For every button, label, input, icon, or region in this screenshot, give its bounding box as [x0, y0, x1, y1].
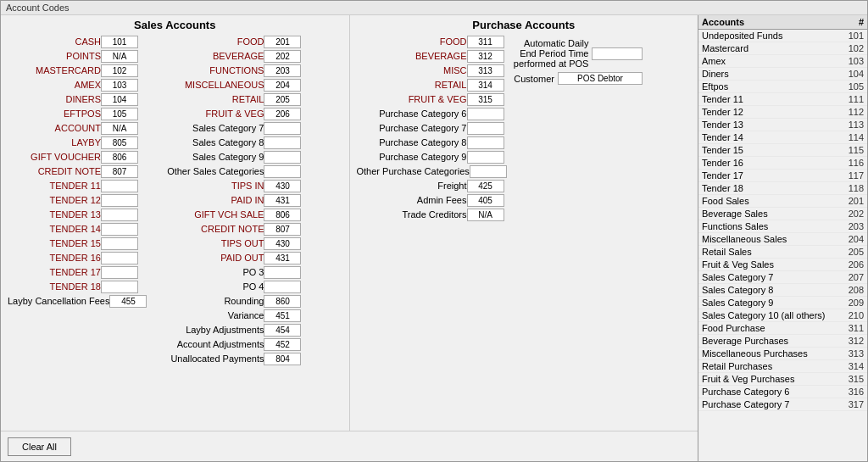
sales-right-input[interactable]	[264, 309, 301, 322]
sales-right-input[interactable]	[264, 295, 301, 308]
sales-right-input[interactable]	[264, 180, 301, 192]
sales-right-input[interactable]	[264, 237, 301, 250]
purchase-left-input[interactable]	[470, 165, 507, 178]
sales-left-input[interactable]	[101, 151, 138, 164]
period-input[interactable]	[592, 47, 643, 60]
purchase-left-input[interactable]	[467, 79, 504, 92]
sales-right-input[interactable]	[264, 108, 301, 120]
accounts-list-item[interactable]: Undeposited Funds101	[698, 30, 867, 42]
accounts-list-item[interactable]: Beverage Sales202	[698, 208, 867, 220]
sales-right-label: Sales Category 7	[153, 123, 264, 133]
sales-right-input[interactable]	[264, 165, 301, 178]
sales-left-input[interactable]	[101, 194, 138, 207]
purchase-left-input[interactable]	[467, 151, 504, 164]
accounts-list-item[interactable]: Tender 12112	[698, 106, 867, 119]
sales-left-input[interactable]	[101, 64, 138, 77]
period-line1: Automatic Daily	[514, 38, 589, 48]
purchase-left-input[interactable]	[467, 108, 504, 120]
sales-left-label: TENDER 18	[8, 281, 101, 292]
accounts-list[interactable]: Undeposited Funds101Mastercard102Amex103…	[698, 30, 867, 461]
accounts-list-item[interactable]: Tender 15115	[698, 144, 867, 157]
sales-right-input[interactable]	[264, 151, 301, 164]
purchase-left-input[interactable]	[467, 93, 504, 106]
sales-left-input[interactable]	[101, 223, 138, 236]
accounts-list-item[interactable]: Eftpos105	[698, 81, 867, 93]
sales-left-input[interactable]	[101, 108, 138, 120]
account-item-name: Food Sales	[702, 196, 830, 206]
sales-right-input[interactable]	[264, 50, 301, 63]
sales-left-input[interactable]	[101, 252, 138, 264]
purchase-left-input[interactable]	[467, 122, 504, 135]
accounts-list-item[interactable]: Tender 13113	[698, 119, 867, 131]
accounts-list-item[interactable]: Tender 17117	[698, 170, 867, 182]
sales-right-input[interactable]	[264, 209, 301, 221]
sales-left-input[interactable]	[101, 50, 138, 63]
sales-right-input[interactable]	[264, 223, 301, 236]
accounts-list-item[interactable]: Purchase Category 7317	[698, 398, 867, 411]
accounts-list-item[interactable]: Sales Category 8208	[698, 284, 867, 297]
purchase-left-input[interactable]	[467, 36, 504, 48]
sales-left-input[interactable]	[101, 79, 138, 92]
sales-left-input[interactable]	[109, 295, 147, 308]
purchase-left-input[interactable]	[467, 50, 504, 63]
sales-left-input[interactable]	[101, 266, 138, 279]
accounts-list-item[interactable]: Sales Category 7207	[698, 271, 867, 284]
sales-left-input[interactable]	[101, 136, 138, 149]
accounts-list-item[interactable]: Beverage Purchases312	[698, 335, 867, 348]
sales-right-input[interactable]	[264, 252, 301, 264]
accounts-list-item[interactable]: Miscellaneous Purchases313	[698, 348, 867, 360]
sales-right-input[interactable]	[264, 266, 301, 279]
accounts-list-item[interactable]: Retail Purchases314	[698, 360, 867, 373]
accounts-list-item[interactable]: Tender 11111	[698, 93, 867, 106]
accounts-list-item[interactable]: Sales Category 10 (all others)210	[698, 309, 867, 322]
accounts-list-item[interactable]: Miscellaneous Sales204	[698, 233, 867, 246]
sales-right-input[interactable]	[264, 93, 301, 106]
accounts-list-item[interactable]: Tender 18118	[698, 182, 867, 195]
accounts-list-item[interactable]: Mastercard102	[698, 42, 867, 55]
sales-left-row: TENDER 15	[8, 237, 147, 250]
sales-left-input[interactable]	[101, 122, 138, 135]
clear-all-button[interactable]: Clear All	[8, 437, 71, 456]
purchase-left-input[interactable]	[467, 209, 504, 221]
bottom-bar: Clear All	[1, 431, 698, 461]
accounts-list-item[interactable]: Food Sales201	[698, 195, 867, 208]
sales-right-input[interactable]	[264, 79, 301, 92]
sales-left-input[interactable]	[101, 180, 138, 192]
sales-right-row: TIPS OUT	[153, 237, 301, 250]
accounts-list-item[interactable]: Functions Sales203	[698, 220, 867, 233]
accounts-list-item[interactable]: Fruit & Veg Purchases315	[698, 373, 867, 386]
sales-left-input[interactable]	[101, 165, 138, 178]
accounts-list-item[interactable]: Retail Sales205	[698, 246, 867, 259]
sales-right-input[interactable]	[264, 324, 301, 337]
sales-left-input[interactable]	[101, 237, 138, 250]
purchase-left-input[interactable]	[467, 136, 504, 149]
accounts-list-item[interactable]: Purchase Category 6316	[698, 386, 867, 398]
customer-input[interactable]	[558, 72, 643, 85]
sales-left-input[interactable]	[101, 93, 138, 106]
sales-left-row: MASTERCARD	[8, 64, 147, 77]
sales-right-input[interactable]	[264, 122, 301, 135]
accounts-list-item[interactable]: Tender 16116	[698, 157, 867, 170]
sales-right-input[interactable]	[264, 64, 301, 77]
sales-right-label: PAID OUT	[153, 253, 264, 263]
accounts-list-item[interactable]: Fruit & Veg Sales206	[698, 259, 867, 271]
sales-right-input[interactable]	[264, 338, 301, 351]
purchase-left-input[interactable]	[467, 64, 504, 77]
sales-right-input[interactable]	[264, 281, 301, 293]
sales-left-input[interactable]	[101, 281, 138, 293]
accounts-list-item[interactable]: Amex103	[698, 55, 867, 68]
sales-left-input[interactable]	[101, 209, 138, 221]
accounts-list-item[interactable]: Tender 14114	[698, 131, 867, 144]
accounts-list-item[interactable]: Diners104	[698, 68, 867, 81]
account-codes-panel: Account Codes Sales Accounts CASHPOINTSM…	[0, 0, 868, 462]
sales-right-input[interactable]	[264, 194, 301, 207]
sales-right-input[interactable]	[264, 353, 301, 365]
sales-right-input[interactable]	[264, 36, 301, 48]
sales-left-input[interactable]	[101, 36, 138, 48]
accounts-list-item[interactable]: Sales Category 9209	[698, 297, 867, 309]
accounts-list-item[interactable]: Food Purchase311	[698, 322, 867, 335]
account-item-num: 207	[830, 272, 864, 282]
purchase-left-input[interactable]	[467, 194, 504, 207]
purchase-left-input[interactable]	[467, 180, 504, 192]
sales-right-input[interactable]	[264, 136, 301, 149]
